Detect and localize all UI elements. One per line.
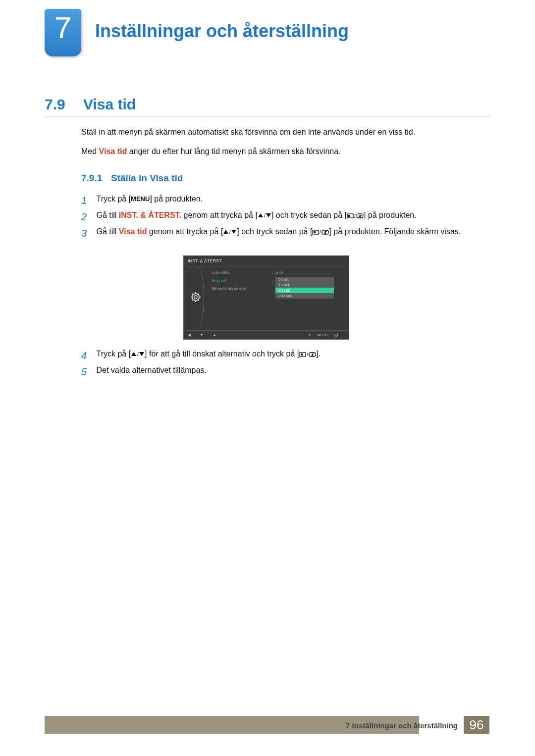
- page-number-box: 96: [464, 716, 489, 734]
- section-intro-1: Ställ in att menyn på skärmen automatisk…: [81, 128, 415, 137]
- svg-text:/: /: [354, 213, 356, 219]
- subsection-title: Ställa in Visa tid: [111, 173, 183, 184]
- enter-icon: ↵: [309, 333, 312, 337]
- step-4: 4 Tryck på [/] för att gå till önskat al…: [81, 348, 487, 363]
- section-rule: [45, 116, 489, 116]
- down-arrow-icon: ▼: [200, 333, 204, 337]
- section-title: Visa tid: [83, 96, 136, 113]
- source-enter-icon: /: [299, 352, 316, 357]
- gear-icon: [191, 292, 201, 302]
- step-number: 1: [81, 193, 94, 208]
- footer-text: 7 Inställningar och återställning: [346, 721, 458, 730]
- svg-marker-28: [139, 352, 144, 356]
- up-arrow-icon: ▲: [213, 333, 216, 337]
- osd-option-selected: 20 sek.: [275, 288, 334, 293]
- svg-marker-10: [231, 230, 236, 234]
- page-number: 96: [470, 717, 484, 733]
- step-number: 3: [81, 226, 94, 241]
- osd-item-autokalla: Autokälla: [212, 270, 246, 275]
- svg-rect-12: [314, 231, 316, 233]
- subsection-number: 7.9.1: [81, 173, 102, 184]
- svg-text:/: /: [320, 230, 321, 235]
- step-number: 5: [81, 364, 94, 380]
- left-arrow-icon: ◀: [188, 333, 191, 337]
- step-2: 2 Gå till INST. & ÅTERST. genom att tryc…: [81, 209, 487, 225]
- power-icon: ⏻: [334, 333, 338, 337]
- chapter-title: Inställningar och återställning: [95, 21, 349, 42]
- osd-item-visa-tid: Visa tid: [212, 278, 246, 283]
- osd-value-auto: : Auto: [272, 270, 338, 275]
- osd-option: 200 sek.: [275, 293, 334, 299]
- section-number: 7.9: [45, 96, 65, 113]
- osd-footer: ◀ ▼ ▲ ↵ AUTO ⏻: [184, 330, 349, 339]
- osd-option: 5 sek.: [275, 277, 334, 282]
- step-number: 2: [81, 209, 94, 225]
- highlight-inst-aterst: INST. & ÅTERST.: [119, 211, 181, 219]
- svg-point-17: [194, 296, 197, 299]
- step-number: 4: [81, 348, 94, 363]
- svg-text:/: /: [137, 352, 139, 357]
- section-intro-2: Med Visa tid anger du efter hur lång tid…: [81, 147, 341, 156]
- chapter-tab: 7: [45, 9, 81, 56]
- svg-text:/: /: [229, 229, 231, 235]
- auto-label: AUTO: [318, 333, 328, 337]
- highlight-visa-tid-2: Visa tid: [119, 227, 147, 236]
- step-3: 3 Gå till Visa tid genom att trycka på […: [81, 226, 487, 241]
- svg-marker-26: [131, 352, 136, 356]
- svg-rect-30: [301, 353, 303, 355]
- svg-point-16: [192, 294, 199, 301]
- svg-marker-0: [258, 213, 263, 217]
- step-5: 5 Det valda alternativet tillämpas.: [81, 364, 487, 380]
- up-down-arrows-icon: /: [131, 352, 145, 357]
- svg-line-25: [198, 294, 199, 295]
- source-enter-icon: /: [312, 229, 329, 235]
- svg-text:/: /: [264, 213, 266, 218]
- svg-rect-4: [348, 215, 350, 217]
- source-enter-icon: /: [347, 213, 364, 219]
- up-down-arrows-icon: /: [258, 213, 271, 218]
- svg-line-22: [192, 294, 193, 295]
- step-1: 1 Tryck på [MENU] på produkten.: [81, 193, 487, 208]
- svg-line-23: [198, 300, 199, 301]
- osd-option: 10 sek.: [275, 282, 334, 288]
- svg-line-24: [192, 300, 193, 301]
- up-down-arrows-icon: /: [223, 229, 237, 235]
- chapter-number: 7: [54, 10, 71, 45]
- svg-text:/: /: [307, 352, 308, 357]
- osd-title: INST. & ÅTERST.: [184, 256, 349, 266]
- highlight-visa-tid: Visa tid: [99, 147, 127, 155]
- osd-item-menytransparens: Menytransparens: [212, 286, 246, 291]
- svg-marker-2: [266, 213, 271, 217]
- svg-marker-8: [223, 230, 228, 234]
- osd-screenshot: INST. & ÅTERST. Autokälla Visa tid Menyt…: [183, 255, 349, 340]
- menu-label-icon: MENU: [131, 195, 150, 202]
